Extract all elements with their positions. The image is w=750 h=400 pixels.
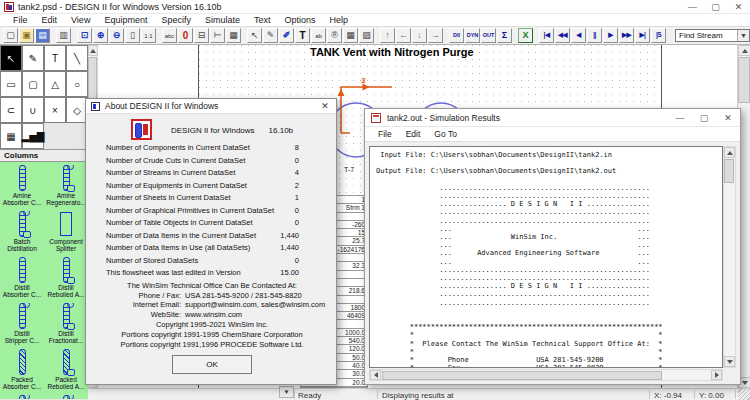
dynamics-button[interactable]: DYN <box>465 28 480 43</box>
spell-check-button[interactable]: abc <box>162 28 177 43</box>
scroll-up-icon[interactable] <box>738 45 750 56</box>
palette-item[interactable]: DistillStripper C... <box>0 303 44 349</box>
maximize-button[interactable]: ▢ <box>704 0 727 14</box>
menu-item[interactable]: Text <box>247 15 278 25</box>
display-button[interactable]: ⊟ <box>194 28 209 43</box>
chevron-down-icon[interactable]: ▼ <box>737 30 749 41</box>
sheet-selector-dropdown[interactable]: ▼ <box>279 386 294 398</box>
results-menu-item[interactable]: Go To <box>427 129 464 139</box>
move-right-button[interactable]: → <box>428 28 443 43</box>
menu-item[interactable]: Equipment <box>97 15 154 25</box>
page-view-button[interactable]: ▯ <box>125 28 140 43</box>
palette-item[interactable] <box>0 395 44 399</box>
nav-prev-button[interactable]: ◀ <box>571 28 586 43</box>
resize-grip[interactable] <box>738 389 750 400</box>
palette-item[interactable]: BatchDistillation <box>0 211 44 257</box>
separator[interactable] <box>242 28 246 43</box>
palette-item[interactable]: AmineAbsorber C... <box>0 165 44 211</box>
close-button[interactable]: ✕ <box>727 0 750 14</box>
menu-item[interactable]: View <box>64 15 97 25</box>
connector-button[interactable]: ⊢ <box>210 28 225 43</box>
scrollbar-thumb[interactable] <box>382 371 662 380</box>
separator[interactable] <box>157 28 161 43</box>
grid-button[interactable]: ▦ <box>226 28 241 43</box>
results-menu-item[interactable]: Edit <box>399 129 428 139</box>
zoom-out-button[interactable]: ⊖ <box>109 28 124 43</box>
open-button[interactable]: ▣ <box>19 28 34 43</box>
find-stream-combo[interactable]: Find Stream ▼ <box>675 29 750 42</box>
results-text-area[interactable]: Input File: C:\Users\sobhan\Documents\De… <box>369 146 723 368</box>
separator[interactable] <box>513 28 517 43</box>
print-button[interactable]: ▥ <box>56 28 71 43</box>
results-vertical-scrollbar[interactable] <box>723 146 736 368</box>
palette-item[interactable]: PackedAbsorber C... <box>0 349 44 395</box>
ellipse-tool[interactable]: ○ <box>66 71 88 97</box>
palette-item[interactable]: AmineRegenerato... <box>44 165 88 211</box>
rectangle-tool[interactable]: ▭ <box>0 71 22 97</box>
zoom-window-button[interactable]: ⊡ <box>77 28 92 43</box>
menu-item[interactable]: Edit <box>35 15 65 25</box>
minimize-button[interactable]: — <box>681 0 704 14</box>
arc-tool[interactable]: ⊂ <box>0 97 22 123</box>
palette-item[interactable]: DistillReboiled A... <box>44 257 88 303</box>
arc-up-tool[interactable]: ∪ <box>22 97 44 123</box>
palette-item[interactable]: DistillFractionat... <box>44 303 88 349</box>
move-down-button[interactable]: ↓ <box>412 28 427 43</box>
move-up-button[interactable]: ↑ <box>380 28 395 43</box>
input-file-button[interactable]: DII <box>449 28 464 43</box>
text-tool[interactable]: T <box>44 45 66 71</box>
scrollbar-thumb[interactable] <box>724 159 734 183</box>
results-maximize-button[interactable]: ▢ <box>692 109 716 127</box>
scroll-up-icon[interactable] <box>88 45 98 56</box>
chart-tool[interactable]: ▂▅▇ <box>22 123 44 149</box>
menu-item[interactable]: Help <box>323 15 356 25</box>
excel-button[interactable]: X <box>518 28 533 43</box>
zoom-in-button[interactable]: ⊕ <box>93 28 108 43</box>
menu-item[interactable]: Simulate <box>198 15 247 25</box>
triangle-tool[interactable]: △ <box>44 71 66 97</box>
scroll-right-icon[interactable] <box>711 370 722 380</box>
text-button[interactable]: T <box>295 28 310 43</box>
about-close-icon[interactable]: ✕ <box>314 101 336 111</box>
nav-pause-button[interactable]: || <box>587 28 602 43</box>
new-button[interactable]: ▢ <box>3 28 18 43</box>
separator[interactable] <box>444 28 448 43</box>
separator[interactable] <box>375 28 379 43</box>
rounded-rectangle-tool[interactable]: ▢ <box>22 71 44 97</box>
label-button[interactable]: ab <box>311 28 326 43</box>
about-dialog-title-bar[interactable]: About DESIGN II for Windows ✕ <box>86 99 336 114</box>
results-close-button[interactable]: ✕ <box>716 109 740 127</box>
table-button[interactable]: ▦ <box>343 28 358 43</box>
separator[interactable] <box>51 28 55 43</box>
separator[interactable] <box>534 28 538 43</box>
menu-item[interactable]: Options <box>277 15 322 25</box>
table-tool[interactable]: ▦ <box>0 123 22 149</box>
line-tool[interactable]: ╲ <box>66 45 88 71</box>
results-minimize-button[interactable]: — <box>668 109 692 127</box>
palette-item[interactable]: DistillAbsorber C... <box>0 257 44 303</box>
separator[interactable] <box>72 28 76 43</box>
move-left-button[interactable]: ← <box>396 28 411 43</box>
title-bar[interactable]: tank2.psd - DESIGN II for Windows Versio… <box>0 0 750 14</box>
results-menu-item[interactable]: File <box>371 129 399 139</box>
actual-size-button[interactable]: 1:1 <box>141 28 156 43</box>
save-button[interactable]: ▤ <box>35 28 50 43</box>
summary-button[interactable]: Σ <box>497 28 512 43</box>
pencil-tool[interactable]: ✎ <box>22 45 44 71</box>
ok-button[interactable]: OK <box>172 355 252 374</box>
nav-last-button[interactable]: ▶| <box>635 28 650 43</box>
select-tool[interactable]: ↖ <box>0 45 22 71</box>
flash-button[interactable]: 0 <box>178 28 193 43</box>
scrollbar-thumb[interactable] <box>738 57 750 103</box>
scroll-up-icon[interactable] <box>724 147 735 158</box>
pencil-button[interactable]: ✎ <box>263 28 278 43</box>
symbol-button[interactable]: ® <box>327 28 342 43</box>
stream-select-button[interactable]: |S <box>651 28 666 43</box>
select-button[interactable]: ↖ <box>247 28 262 43</box>
nav-next-button[interactable]: ▶ <box>603 28 618 43</box>
cross-tool[interactable]: × <box>44 97 66 123</box>
nav-rewind-button[interactable]: ◀◀ <box>555 28 570 43</box>
palette-item[interactable] <box>44 395 88 399</box>
menu-item[interactable]: Specify <box>154 15 198 25</box>
nav-forward-button[interactable]: ▶▶ <box>619 28 634 43</box>
